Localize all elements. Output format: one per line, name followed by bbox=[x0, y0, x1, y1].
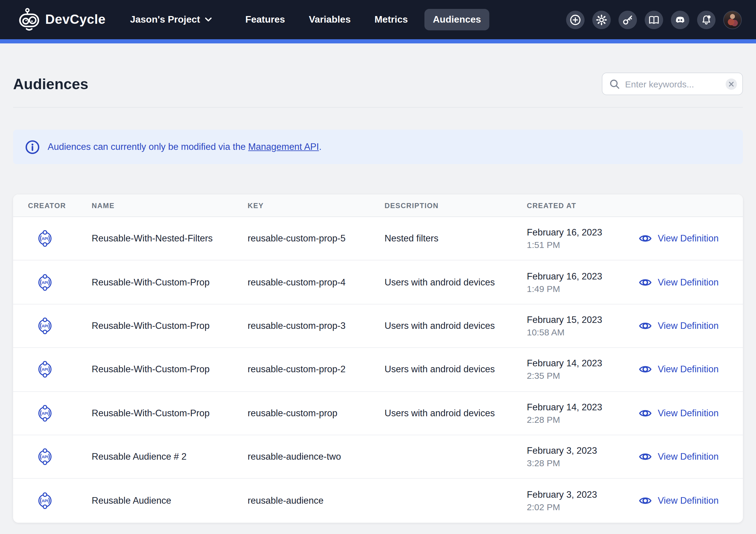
info-icon bbox=[25, 140, 40, 154]
info-banner: Audiences can currently only be modified… bbox=[13, 130, 743, 164]
table-header: CREATOR NAME KEY DESCRIPTION CREATED AT bbox=[13, 194, 743, 217]
view-definition-label: View Definition bbox=[658, 451, 719, 462]
audience-name: Reusable-With-Custom-Prop bbox=[92, 364, 248, 375]
view-definition-button[interactable]: View Definition bbox=[639, 319, 743, 332]
api-badge-icon: API bbox=[38, 361, 52, 378]
project-selector[interactable]: Jason's Project bbox=[130, 14, 212, 25]
created-time: 10:58 AM bbox=[527, 327, 639, 337]
audience-description: Users with android devices bbox=[385, 277, 527, 288]
api-badge-icon: API bbox=[38, 317, 52, 335]
audience-description: Users with android devices bbox=[385, 408, 527, 419]
avatar[interactable] bbox=[723, 11, 742, 29]
api-badge-icon: API bbox=[38, 404, 52, 422]
app-root: DevCycle Jason's Project Features Variab… bbox=[0, 0, 756, 534]
project-selector-label: Jason's Project bbox=[130, 14, 200, 25]
devcycle-robot-icon bbox=[18, 8, 40, 32]
eye-icon bbox=[639, 407, 652, 420]
brand-logo[interactable]: DevCycle bbox=[18, 8, 106, 32]
view-definition-button[interactable]: View Definition bbox=[639, 450, 743, 463]
table-body: API Reusable-With-Nested-Filters reusabl… bbox=[13, 217, 743, 522]
search-box bbox=[602, 72, 743, 95]
eye-icon bbox=[639, 319, 652, 332]
svg-text:API: API bbox=[42, 236, 48, 241]
audience-name: Reusable Audience # 2 bbox=[92, 451, 248, 462]
key-icon bbox=[622, 14, 634, 25]
created-date: February 3, 2023 bbox=[527, 445, 639, 456]
table-row: API Reusable Audience reusable-audience … bbox=[13, 479, 743, 523]
table-row: API Reusable Audience # 2 reusable-audie… bbox=[13, 435, 743, 479]
audience-name: Reusable Audience bbox=[92, 496, 248, 506]
table-row: API Reusable-With-Custom-Prop reusable-c… bbox=[13, 392, 743, 435]
bell-icon bbox=[701, 14, 712, 25]
table-row: API Reusable-With-Nested-Filters reusabl… bbox=[13, 217, 743, 261]
page-title: Audiences bbox=[13, 75, 88, 92]
view-definition-label: View Definition bbox=[658, 277, 719, 288]
svg-text:API: API bbox=[42, 368, 48, 372]
creator-cell: API bbox=[28, 448, 92, 466]
nav-link-metrics[interactable]: Metrics bbox=[374, 14, 408, 25]
nav-link-audiences-active[interactable]: Audiences bbox=[424, 9, 489, 30]
eye-icon bbox=[639, 232, 652, 245]
column-header-description: DESCRIPTION bbox=[385, 201, 527, 210]
view-definition-button[interactable]: View Definition bbox=[639, 407, 743, 420]
svg-text:API: API bbox=[42, 411, 48, 415]
create-button[interactable] bbox=[566, 11, 584, 29]
table-row: API Reusable-With-Custom-Prop reusable-c… bbox=[13, 261, 743, 304]
created-time: 2:28 PM bbox=[527, 415, 639, 424]
creator-cell: API bbox=[28, 230, 92, 247]
creator-cell: API bbox=[28, 404, 92, 422]
eye-icon bbox=[639, 363, 652, 376]
audience-key: reusable-custom-prop-5 bbox=[248, 233, 385, 244]
svg-text:API: API bbox=[42, 455, 48, 459]
chevron-down-icon bbox=[205, 17, 212, 22]
audience-key: reusable-custom-prop-4 bbox=[248, 277, 385, 288]
view-definition-button[interactable]: View Definition bbox=[639, 494, 743, 507]
nav-link-features[interactable]: Features bbox=[245, 14, 285, 25]
created-at-cell: February 14, 2023 2:35 PM bbox=[527, 358, 639, 381]
column-header-created-at: CREATED AT bbox=[527, 201, 639, 210]
created-time: 1:49 PM bbox=[527, 283, 639, 293]
audience-description: Users with android devices bbox=[385, 364, 527, 375]
audience-key: reusable-audience-two bbox=[248, 451, 385, 462]
column-header-key: KEY bbox=[248, 201, 385, 210]
banner-text-prefix: Audiences can currently only be modified… bbox=[48, 141, 248, 152]
audience-key: reusable-audience bbox=[248, 496, 385, 506]
eye-icon bbox=[639, 276, 652, 289]
search-clear-button[interactable] bbox=[726, 78, 737, 89]
close-icon bbox=[729, 81, 734, 87]
view-definition-button[interactable]: View Definition bbox=[639, 232, 743, 245]
svg-text:API: API bbox=[42, 324, 48, 328]
docs-button[interactable] bbox=[645, 11, 663, 29]
view-definition-button[interactable]: View Definition bbox=[639, 363, 743, 376]
book-icon bbox=[648, 14, 660, 25]
api-badge-icon: API bbox=[38, 273, 52, 291]
settings-button[interactable] bbox=[592, 11, 611, 29]
creator-cell: API bbox=[28, 361, 92, 378]
management-api-link[interactable]: Management API bbox=[248, 141, 319, 152]
svg-text:API: API bbox=[42, 498, 48, 503]
plus-circle-icon bbox=[570, 14, 581, 25]
created-at-cell: February 3, 2023 2:02 PM bbox=[527, 489, 639, 512]
api-badge-icon: API bbox=[38, 492, 52, 510]
view-definition-label: View Definition bbox=[658, 364, 719, 375]
audience-name: Reusable-With-Custom-Prop bbox=[92, 277, 248, 288]
api-keys-button[interactable] bbox=[618, 11, 637, 29]
created-time: 1:51 PM bbox=[527, 240, 639, 250]
discord-button[interactable] bbox=[671, 11, 689, 29]
audience-description: Users with android devices bbox=[385, 320, 527, 331]
table-row: API Reusable-With-Custom-Prop reusable-c… bbox=[13, 348, 743, 392]
audiences-table: CREATOR NAME KEY DESCRIPTION CREATED AT … bbox=[13, 194, 743, 522]
created-date: February 3, 2023 bbox=[527, 489, 639, 500]
view-definition-label: View Definition bbox=[658, 233, 719, 244]
audience-key: reusable-custom-prop-2 bbox=[248, 364, 385, 375]
gear-icon bbox=[596, 14, 607, 25]
search-input[interactable] bbox=[625, 79, 726, 89]
title-divider bbox=[13, 107, 743, 108]
audience-name: Reusable-With-Custom-Prop bbox=[92, 408, 248, 419]
nav-link-variables[interactable]: Variables bbox=[309, 14, 351, 25]
view-definition-label: View Definition bbox=[658, 320, 719, 331]
notifications-button[interactable] bbox=[697, 11, 716, 29]
brand-name: DevCycle bbox=[45, 12, 106, 27]
view-definition-button[interactable]: View Definition bbox=[639, 276, 743, 289]
banner-text-suffix: . bbox=[319, 141, 322, 152]
